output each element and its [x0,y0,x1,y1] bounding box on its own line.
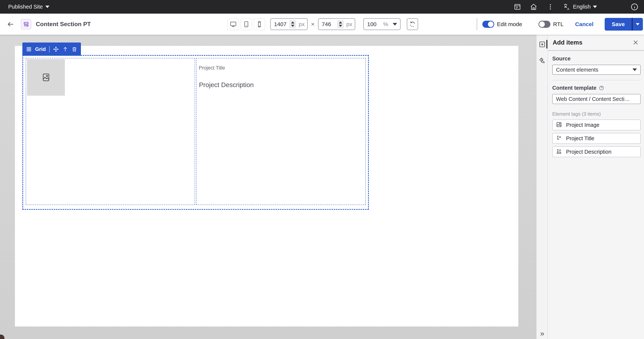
save-split-button: Save [605,18,643,30]
product-menu-icon[interactable] [514,3,521,11]
height-value: 746 [322,21,336,28]
width-value: 1407 [274,21,288,28]
edit-mode-label: Edit mode [497,21,522,28]
edit-mode-toggle[interactable] [482,21,494,28]
collapse-icon[interactable]: » [536,330,548,337]
back-icon[interactable] [7,20,14,28]
zoom-value: 100 [367,21,383,28]
grid-column-image[interactable] [26,58,195,205]
paint-brush-tab[interactable] [536,57,548,64]
image-placeholder[interactable] [27,59,65,96]
rtl-toggle[interactable] [538,21,550,28]
tablet-icon[interactable] [240,18,252,30]
top-bar-actions: A English [514,0,641,14]
zoom-select[interactable]: 100 % [364,18,400,30]
toggle-knob [539,22,545,27]
width-input[interactable]: 1407 px [270,18,308,30]
selection-label: Grid [35,46,46,52]
site-selector[interactable]: Published Site [8,4,50,10]
panel-body: Source Content elements Content template [548,51,644,157]
height-stepper[interactable] [337,20,344,28]
height-unit: px [346,21,352,28]
sidebar-tab-strip: » [536,35,548,339]
element-tag-label: Project Image [566,122,600,128]
step-down-icon [339,25,342,27]
panel-divider [552,80,641,80]
site-selector-label: Published Site [8,4,43,10]
trash-icon[interactable] [72,46,77,52]
app-screen: Published Site [0,0,644,339]
translate-icon: A [562,3,571,11]
toolbar-divider [477,18,477,30]
cutoff-floating-button [0,334,4,339]
image-icon [556,122,562,128]
step-down-icon [291,25,294,27]
kebab-menu-icon[interactable] [547,3,554,10]
workspace: Grid [0,35,644,339]
active-tab-indicator [546,40,548,48]
text-icon [556,135,562,142]
language-selector[interactable]: A English [562,3,597,11]
add-items-panel: Add items Source Content elements Conten… [548,35,644,339]
info-icon[interactable] [630,2,639,11]
width-stepper[interactable] [289,20,296,28]
grid-column-text[interactable]: Project Title Project Description [196,58,366,205]
dimension-separator: × [311,20,315,28]
grid-selection[interactable]: Project Title Project Description [22,55,369,210]
close-icon[interactable] [632,39,639,46]
zoom-unit: % [383,21,388,28]
viewport-controls: 1407 px × 746 px 100 % [228,14,418,35]
content-template-input[interactable]: Web Content / Content Secti… [552,94,641,104]
element-tag-label: Project Title [566,136,594,142]
content-template-value: Web Content / Content Secti… [556,96,630,102]
step-up-icon [291,22,294,24]
content-template-row: Content template [552,85,641,91]
chevron-down-icon [593,6,597,8]
chevron-down-icon [636,23,640,25]
panel-header: Add items [548,35,644,51]
textarea-icon [556,148,562,155]
selected-fragment-toolbar[interactable]: Grid [22,42,81,56]
phone-icon[interactable] [254,18,265,30]
svg-text:A: A [567,7,570,11]
move-icon[interactable] [53,46,59,52]
element-tag-project-title[interactable]: Project Title [552,133,641,144]
project-description-field[interactable]: Project Description [199,81,254,88]
chevron-down-icon [632,68,637,71]
source-select[interactable]: Content elements [552,65,641,75]
source-value: Content elements [556,67,598,73]
step-up-icon [339,22,342,24]
desktop-icon[interactable] [228,18,239,30]
help-icon[interactable] [599,85,604,91]
chevron-down-icon [393,23,397,26]
element-tag-project-image[interactable]: Project Image [552,120,641,130]
language-label: English [573,4,591,10]
grid-icon [26,46,32,52]
source-label: Source [552,56,641,62]
panel-title: Add items [553,39,582,46]
save-options-button[interactable] [632,18,643,30]
toggle-knob [488,22,494,27]
toolbar-left: Content Section PT [7,14,91,35]
element-tags-label: Element tags (3 items) [552,111,641,117]
page-title: Content Section PT [36,21,91,28]
rtl-label: RTL [553,21,564,28]
page-template-icon [21,19,31,30]
toolbar-right: Edit mode RTL Cancel Save [477,14,643,35]
element-tag-label: Project Description [566,149,611,155]
chevron-down-icon [45,6,50,8]
device-switcher [228,18,265,30]
home-icon[interactable] [530,3,538,11]
project-title-field[interactable]: Project Title [199,65,225,71]
element-tag-project-description[interactable]: Project Description [552,146,641,157]
cancel-button[interactable]: Cancel [575,21,594,28]
rotate-viewport-button[interactable] [407,18,418,30]
chip-divider [49,46,50,52]
content-template-label: Content template [552,85,596,91]
move-up-icon[interactable] [62,46,68,52]
save-button[interactable]: Save [605,18,632,30]
height-input[interactable]: 746 px [318,18,355,30]
width-unit: px [299,21,305,28]
top-bar: Published Site [0,0,644,14]
editor-toolbar: Content Section PT [0,14,644,35]
